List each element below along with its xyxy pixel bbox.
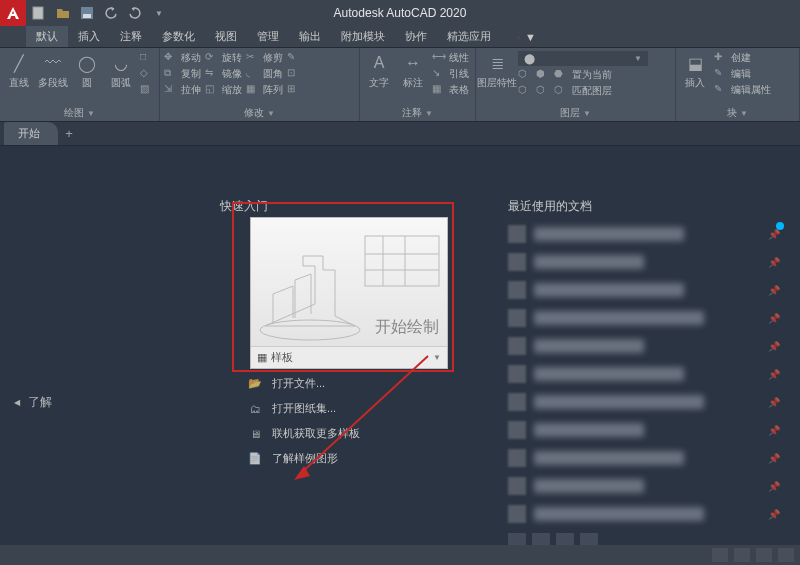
list-item[interactable]: 📌	[508, 505, 780, 523]
svg-rect-3	[365, 236, 439, 286]
list-item[interactable]: 📌	[508, 337, 780, 355]
get-templates-link[interactable]: 🖥联机获取更多样板	[246, 426, 360, 441]
layer-props-button[interactable]: ≣图层特性	[480, 51, 514, 90]
ribbon-tab-featured[interactable]: 精选应用	[437, 26, 501, 47]
scale-button[interactable]: ◱缩放	[205, 83, 242, 97]
layer-ex6[interactable]: ⬡	[554, 84, 568, 98]
recent-docs-section: 最近使用的文档 📌 📌 📌 📌 📌 📌 📌 📌 📌 📌 📌	[508, 198, 780, 547]
draw-small-3[interactable]: ▧	[140, 83, 154, 97]
layer-ex5[interactable]: ⬡	[536, 84, 550, 98]
pin-icon[interactable]: 📌	[768, 481, 780, 492]
ribbon-tab-addins[interactable]: 附加模块	[331, 26, 395, 47]
status-icon[interactable]	[756, 548, 772, 562]
quickstart-title: 快速入门	[220, 198, 268, 215]
list-item[interactable]: 📌	[508, 309, 780, 327]
move-button[interactable]: ✥移动	[164, 51, 201, 65]
status-bar	[0, 545, 800, 565]
polyline-button[interactable]: 〰多段线	[38, 51, 68, 90]
template-dropdown-icon: ▼	[433, 353, 441, 362]
status-icon[interactable]	[712, 548, 728, 562]
rotate-button[interactable]: ⟳旋转	[205, 51, 242, 65]
template-icon: ▦	[257, 351, 267, 364]
layer-selector[interactable]: ⬤▼	[518, 51, 648, 66]
trim-button[interactable]: ✂修剪	[246, 51, 283, 65]
stretch-button[interactable]: ⇲拉伸	[164, 83, 201, 97]
list-item[interactable]: 📌	[508, 393, 780, 411]
list-item[interactable]: 📌	[508, 225, 780, 243]
undo-icon[interactable]	[102, 4, 120, 22]
status-menu-icon[interactable]	[778, 548, 794, 562]
list-item[interactable]: 📌	[508, 365, 780, 383]
pin-icon[interactable]: 📌	[768, 397, 780, 408]
layer-ex4[interactable]: ⬡	[518, 84, 532, 98]
pin-icon[interactable]: 📌	[768, 229, 780, 240]
modify-ex1[interactable]: ✎	[287, 51, 301, 65]
status-icon[interactable]	[734, 548, 750, 562]
mirror-button[interactable]: ⇋镜像	[205, 67, 242, 81]
ribbon-tab-parametric[interactable]: 参数化	[152, 26, 205, 47]
list-item[interactable]: 📌	[508, 253, 780, 271]
copy-button[interactable]: ⧉复制	[164, 67, 201, 81]
array-button[interactable]: ▦阵列	[246, 83, 283, 97]
open-file-icon[interactable]	[54, 4, 72, 22]
qat-dropdown-icon[interactable]: ▼	[150, 4, 168, 22]
save-icon[interactable]	[78, 4, 96, 22]
card-image: 开始绘制	[251, 218, 447, 346]
ribbon-tab-view[interactable]: 视图	[205, 26, 247, 47]
linear-button[interactable]: ⟷线性	[432, 51, 469, 65]
ribbon-tab-more[interactable]: ▪️▼	[501, 28, 546, 47]
modify-ex3[interactable]: ⊞	[287, 83, 301, 97]
insert-block-button[interactable]: ⬓插入	[680, 51, 710, 90]
text-button[interactable]: A文字	[364, 51, 394, 90]
pin-icon[interactable]: 📌	[768, 453, 780, 464]
svg-rect-2	[83, 14, 91, 18]
match-layer-button[interactable]: 匹配图层	[572, 84, 612, 98]
arc-button[interactable]: ◡圆弧	[106, 51, 136, 90]
modify-ex2[interactable]: ⊡	[287, 67, 301, 81]
table-button[interactable]: ▦表格	[432, 83, 469, 97]
pin-icon[interactable]: 📌	[768, 313, 780, 324]
redo-icon[interactable]	[126, 4, 144, 22]
layer-ex2[interactable]: ⬢	[536, 68, 550, 82]
ribbon-tab-collaborate[interactable]: 协作	[395, 26, 437, 47]
edit-attr-button[interactable]: ✎编辑属性	[714, 83, 771, 97]
layer-ex1[interactable]: ⬡	[518, 68, 532, 82]
open-file-link[interactable]: 📂打开文件...	[246, 376, 360, 391]
ribbon-tab-insert[interactable]: 插入	[68, 26, 110, 47]
start-drawing-card[interactable]: 开始绘制 ▦样板 ▼	[250, 217, 448, 369]
draw-small-1[interactable]: □	[140, 51, 154, 65]
list-item[interactable]: 📌	[508, 477, 780, 495]
leader-button[interactable]: ↘引线	[432, 67, 469, 81]
pin-icon[interactable]: 📌	[768, 257, 780, 268]
new-file-icon[interactable]	[30, 4, 48, 22]
line-button[interactable]: ╱直线	[4, 51, 34, 90]
open-sheetset-link[interactable]: 🗂打开图纸集...	[246, 401, 360, 416]
ribbon-tab-output[interactable]: 输出	[289, 26, 331, 47]
sample-drawings-link[interactable]: 📄了解样例图形	[246, 451, 360, 466]
edit-block-button[interactable]: ✎编辑	[714, 67, 771, 81]
list-item[interactable]: 📌	[508, 281, 780, 299]
pin-icon[interactable]: 📌	[768, 425, 780, 436]
new-tab-button[interactable]: +	[58, 126, 80, 141]
ribbon-tab-annotate[interactable]: 注释	[110, 26, 152, 47]
panel-block: ⬓插入 ✚创建 ✎编辑 ✎编辑属性 块▼	[676, 48, 800, 121]
pin-icon[interactable]: 📌	[768, 509, 780, 520]
draw-small-2[interactable]: ◇	[140, 67, 154, 81]
list-item[interactable]: 📌	[508, 421, 780, 439]
pin-icon[interactable]: 📌	[768, 285, 780, 296]
fillet-button[interactable]: ◟圆角	[246, 67, 283, 81]
ribbon-tab-default[interactable]: 默认	[26, 26, 68, 47]
pin-icon[interactable]: 📌	[768, 369, 780, 380]
make-current-button[interactable]: 置为当前	[572, 68, 612, 82]
quick-access-toolbar: ▼	[30, 4, 168, 22]
start-tab[interactable]: 开始	[4, 122, 58, 145]
create-block-button[interactable]: ✚创建	[714, 51, 771, 65]
learn-nav[interactable]: ◀ 了解	[14, 394, 52, 411]
ribbon-tab-manage[interactable]: 管理	[247, 26, 289, 47]
dimension-button[interactable]: ↔标注	[398, 51, 428, 90]
template-selector[interactable]: ▦样板 ▼	[251, 346, 447, 368]
layer-ex3[interactable]: ⬣	[554, 68, 568, 82]
circle-button[interactable]: ◯圆	[72, 51, 102, 90]
list-item[interactable]: 📌	[508, 449, 780, 467]
pin-icon[interactable]: 📌	[768, 341, 780, 352]
